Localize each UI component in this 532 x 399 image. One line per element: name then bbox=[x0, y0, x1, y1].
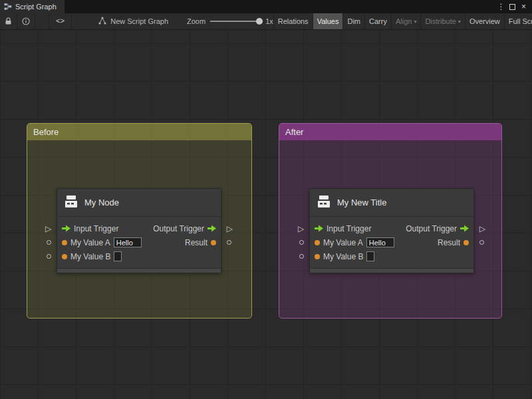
maximize-icon[interactable] bbox=[507, 0, 518, 13]
zoom-value: 1x bbox=[265, 17, 273, 25]
graph-asset-icon bbox=[98, 17, 106, 26]
toolbar-buttons: Relations Values Dim Carry Align ▾ Distr… bbox=[273, 13, 532, 29]
unit-icon bbox=[64, 195, 78, 210]
port-label: My Value A bbox=[70, 238, 110, 247]
ext-flow-out-port[interactable]: ▷ bbox=[227, 225, 233, 233]
node-row: My Value B bbox=[57, 249, 221, 263]
chevron-down-icon: ▾ bbox=[458, 19, 461, 25]
fullscreen-button[interactable]: Full Scr bbox=[504, 13, 532, 29]
flow-output-icon[interactable] bbox=[460, 225, 469, 232]
node-header[interactable]: My New Title bbox=[310, 189, 473, 217]
lock-icon bbox=[5, 17, 12, 25]
node-footer bbox=[310, 268, 473, 273]
ext-value-in-port[interactable] bbox=[47, 240, 51, 245]
node-row: My Value A Result bbox=[57, 235, 221, 249]
info-button[interactable] bbox=[17, 13, 35, 29]
ext-flow-out-port[interactable]: ▷ bbox=[479, 225, 485, 233]
value-output-icon[interactable] bbox=[464, 240, 469, 245]
graph-toolbar: <> New Script Graph Zoom 1x Relations Va… bbox=[0, 13, 532, 30]
ext-flow-in-port[interactable]: ▷ bbox=[45, 225, 51, 233]
flow-input-icon[interactable] bbox=[315, 225, 323, 232]
before-node[interactable]: My Node Input Trigger Output Trigger bbox=[57, 188, 221, 273]
group-label: After bbox=[285, 127, 303, 137]
flow-output-icon[interactable] bbox=[207, 225, 216, 232]
port-label: Result bbox=[438, 238, 460, 247]
zoom-label: Zoom bbox=[187, 17, 205, 25]
value-input-icon[interactable] bbox=[315, 254, 320, 259]
graph-name-label: New Script Graph bbox=[110, 17, 168, 25]
group-before-header[interactable]: Before bbox=[27, 124, 251, 140]
distribute-button[interactable]: Distribute ▾ bbox=[420, 13, 464, 29]
port-label: Input Trigger bbox=[74, 224, 118, 233]
group-after-header[interactable]: After bbox=[279, 124, 501, 140]
node-title: My New Title bbox=[337, 198, 386, 207]
after-node[interactable]: My New Title Input Trigger Output Trigge… bbox=[309, 188, 474, 273]
node-footer bbox=[57, 268, 221, 273]
graph-asset-name: New Script Graph bbox=[98, 13, 168, 29]
align-button[interactable]: Align ▾ bbox=[391, 13, 420, 29]
group-label: Before bbox=[33, 127, 59, 137]
ext-flow-in-port[interactable]: ▷ bbox=[298, 225, 304, 233]
script-graph-window: Script Graph ⋮ × <> bbox=[0, 0, 532, 399]
script-graph-icon bbox=[4, 3, 12, 11]
dim-button[interactable]: Dim bbox=[342, 13, 364, 29]
node-row: My Value B bbox=[310, 249, 473, 263]
value-input-icon[interactable] bbox=[315, 240, 320, 245]
value-b-field[interactable] bbox=[114, 251, 122, 261]
value-a-field[interactable] bbox=[366, 237, 394, 247]
zoom-control: Zoom 1x bbox=[187, 13, 273, 29]
node-rows: Input Trigger Output Trigger My Value A … bbox=[310, 217, 473, 268]
value-a-field[interactable] bbox=[114, 237, 142, 247]
ext-value-in-port[interactable] bbox=[299, 254, 304, 259]
port-label: Output Trigger bbox=[153, 224, 204, 233]
value-b-field[interactable] bbox=[366, 251, 374, 261]
unit-icon bbox=[317, 195, 331, 210]
port-label: My Value A bbox=[323, 238, 363, 247]
code-view-button[interactable]: <> bbox=[49, 13, 72, 29]
tab-bar: Script Graph ⋮ × bbox=[0, 0, 532, 13]
tab-script-graph[interactable]: Script Graph bbox=[0, 0, 65, 13]
graph-canvas[interactable]: Before After My Node bbox=[0, 30, 532, 399]
node-row: Input Trigger Output Trigger bbox=[57, 221, 221, 235]
node-row: Input Trigger Output Trigger bbox=[310, 221, 473, 235]
carry-button[interactable]: Carry bbox=[364, 13, 391, 29]
port-label: Output Trigger bbox=[406, 224, 457, 233]
overview-button[interactable]: Overview bbox=[465, 13, 504, 29]
port-label: Result bbox=[185, 238, 207, 247]
ext-value-in-port[interactable] bbox=[47, 254, 51, 259]
close-icon[interactable]: × bbox=[518, 0, 529, 13]
info-icon bbox=[22, 17, 30, 25]
ext-value-out-port[interactable] bbox=[227, 240, 231, 245]
ext-value-in-port[interactable] bbox=[299, 240, 304, 245]
relations-button[interactable]: Relations bbox=[273, 13, 313, 29]
zoom-slider[interactable] bbox=[210, 21, 261, 22]
node-header[interactable]: My Node bbox=[57, 189, 221, 217]
tab-title: Script Graph bbox=[15, 3, 57, 11]
flow-input-icon[interactable] bbox=[62, 225, 70, 232]
lock-button[interactable] bbox=[0, 13, 17, 29]
port-label: Input Trigger bbox=[327, 224, 371, 233]
node-title: My Node bbox=[84, 198, 119, 207]
value-input-icon[interactable] bbox=[62, 254, 67, 259]
port-label: My Value B bbox=[70, 252, 110, 261]
window-controls: ⋮ × bbox=[495, 0, 532, 13]
node-row: My Value A Result bbox=[310, 235, 473, 249]
ext-value-out-port[interactable] bbox=[479, 240, 484, 245]
node-rows: Input Trigger Output Trigger My Value A … bbox=[57, 217, 221, 268]
kebab-menu-icon[interactable]: ⋮ bbox=[495, 0, 507, 13]
port-label: My Value B bbox=[323, 252, 363, 261]
values-button[interactable]: Values bbox=[313, 13, 343, 29]
zoom-slider-knob[interactable] bbox=[256, 18, 263, 25]
value-input-icon[interactable] bbox=[62, 240, 67, 245]
chevron-down-icon: ▾ bbox=[414, 19, 416, 25]
value-output-icon[interactable] bbox=[211, 240, 216, 245]
